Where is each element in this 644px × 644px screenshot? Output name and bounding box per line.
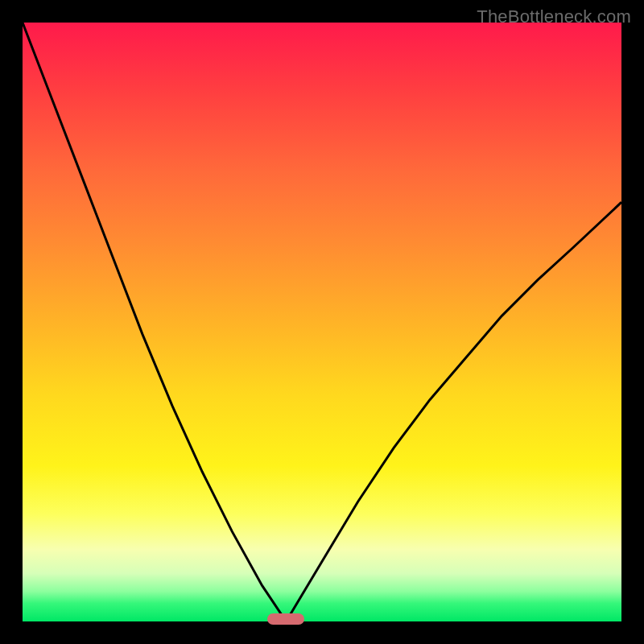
curve-left-branch	[23, 23, 286, 621]
watermark-text: TheBottleneck.com	[477, 6, 631, 27]
curve-right-branch	[286, 202, 621, 621]
bottleneck-curve	[23, 23, 621, 621]
optimal-marker	[267, 613, 304, 625]
chart-plot-area	[23, 23, 621, 621]
